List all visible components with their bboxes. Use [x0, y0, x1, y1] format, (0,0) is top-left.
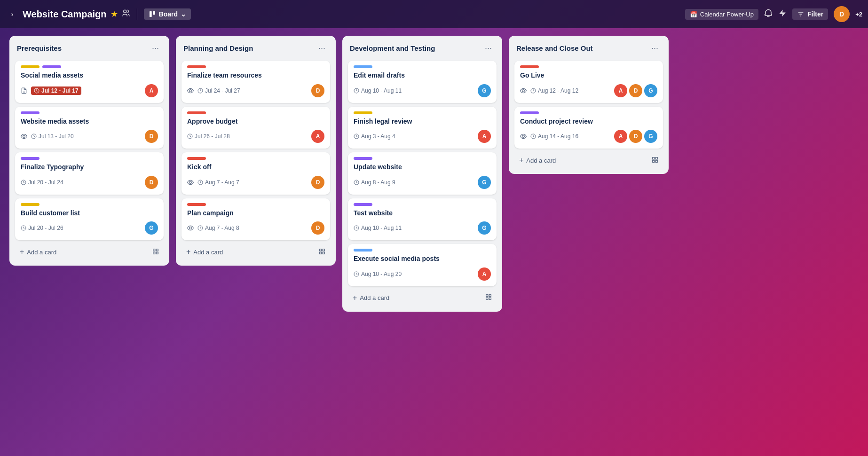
- column-title: Prerequisites: [17, 44, 62, 52]
- card-tag: [187, 111, 206, 114]
- column-header-planning-design: Planning and Design ···: [181, 41, 330, 57]
- card-date: Jul 26 - Jul 28: [187, 133, 230, 140]
- card-footer: Jul 24 - Jul 27D: [187, 84, 324, 97]
- card-tags: [187, 111, 324, 114]
- watch-icon: [187, 87, 194, 94]
- card-tag: [520, 111, 539, 114]
- template-icon[interactable]: [652, 157, 658, 165]
- card-title: Execute social media posts: [354, 254, 491, 264]
- column-menu-button[interactable]: ···: [316, 42, 328, 54]
- card-date: Aug 10 - Aug 20: [354, 271, 402, 277]
- card-title: Plan campaign: [187, 209, 324, 218]
- card-avatars: G: [478, 221, 491, 235]
- card-avatars: G: [478, 176, 491, 189]
- card-title: Go Live: [520, 71, 657, 80]
- column-development-testing: Development and Testing ··· Edit email d…: [342, 36, 502, 312]
- filter-button[interactable]: Filter: [792, 8, 828, 20]
- column-title: Release and Close Out: [516, 44, 593, 52]
- workspace-members-icon[interactable]: [122, 9, 130, 20]
- template-icon[interactable]: [319, 248, 325, 256]
- card-kick-off[interactable]: Kick off Aug 7 - Aug 7D: [181, 152, 330, 195]
- card-footer: Jul 20 - Jul 24D: [21, 176, 158, 189]
- card-social-media-assets[interactable]: Social media assets Jul 12 - Jul 17A: [15, 61, 164, 103]
- add-card-button[interactable]: + Add a card: [15, 244, 164, 260]
- card-footer: Aug 10 - Aug 20A: [354, 267, 491, 281]
- avatar: D: [145, 176, 158, 189]
- card-build-customer-list[interactable]: Build customer list Jul 20 - Jul 26G: [15, 198, 164, 241]
- svg-rect-14: [156, 249, 158, 251]
- add-card-left: + Add a card: [519, 156, 556, 165]
- card-plan-campaign[interactable]: Plan campaign Aug 7 - Aug 8D: [181, 198, 330, 241]
- sidebar-toggle-button[interactable]: ›: [6, 8, 19, 21]
- svg-point-39: [522, 135, 525, 138]
- avatar: A: [614, 130, 627, 143]
- card-website-media-assets[interactable]: Website media assets Jul 13 - Jul 20D: [15, 107, 164, 149]
- additional-users[interactable]: +2: [855, 11, 862, 18]
- column-menu-button[interactable]: ···: [149, 42, 162, 54]
- card-tag: [21, 65, 39, 68]
- svg-point-20: [189, 181, 192, 183]
- add-card-left: + Add a card: [186, 248, 223, 256]
- card-meta: Aug 10 - Aug 11: [354, 225, 402, 231]
- card-execute-social-media-posts[interactable]: Execute social media posts Aug 10 - Aug …: [348, 244, 497, 286]
- column-menu-button[interactable]: ···: [482, 42, 495, 54]
- card-test-website[interactable]: Test website Aug 10 - Aug 11G: [348, 198, 497, 241]
- card-finalize-typography[interactable]: Finalize Typography Jul 20 - Jul 24D: [15, 152, 164, 195]
- svg-rect-2: [153, 11, 155, 15]
- card-meta: Jul 20 - Jul 26: [21, 225, 63, 231]
- avatar: G: [145, 221, 158, 235]
- notification-icon[interactable]: [764, 9, 773, 20]
- avatar: G: [478, 176, 491, 189]
- card-conduct-project-review[interactable]: Conduct project review Aug 14 - Aug 16AD…: [514, 107, 663, 149]
- card-avatars: A: [478, 130, 491, 143]
- card-footer: Jul 12 - Jul 17A: [21, 84, 158, 97]
- add-card-button[interactable]: + Add a card: [181, 244, 330, 260]
- card-footer: Jul 20 - Jul 26G: [21, 221, 158, 235]
- svg-point-9: [23, 135, 25, 138]
- column-header-release-close-out: Release and Close Out ···: [514, 41, 663, 57]
- add-card-button[interactable]: + Add a card: [348, 290, 497, 306]
- card-finish-legal-review[interactable]: Finish legal review Aug 3 - Aug 4A: [348, 107, 497, 149]
- template-icon[interactable]: [485, 294, 492, 302]
- svg-rect-36: [489, 298, 491, 300]
- card-avatars: D: [311, 84, 324, 97]
- board-view-icon: [149, 10, 156, 18]
- calendar-powerup-button[interactable]: 📅 Calendar Power-Up: [685, 9, 758, 20]
- svg-rect-41: [653, 157, 655, 159]
- card-finalize-team-resources[interactable]: Finalize team resources Jul 24 - Jul 27D: [181, 61, 330, 103]
- card-avatars: A: [311, 130, 324, 143]
- card-approve-budget[interactable]: Approve budget Jul 26 - Jul 28A: [181, 107, 330, 149]
- user-avatar[interactable]: D: [834, 6, 850, 22]
- watch-icon: [187, 225, 194, 231]
- watch-icon: [187, 179, 194, 186]
- card-date: Aug 10 - Aug 11: [354, 87, 402, 94]
- filter-icon: [797, 10, 805, 18]
- card-date-overdue: Jul 12 - Jul 17: [31, 86, 81, 95]
- card-date: Aug 14 - Aug 16: [530, 133, 578, 140]
- add-card-button[interactable]: + Add a card: [514, 152, 663, 168]
- card-tags: [354, 249, 491, 252]
- column-menu-button[interactable]: ···: [648, 42, 661, 54]
- template-icon[interactable]: [152, 248, 159, 256]
- header-left: › Website Campaign ★ Board ⌄: [6, 8, 680, 21]
- card-date: Aug 10 - Aug 11: [354, 225, 402, 231]
- card-tag: [354, 111, 372, 114]
- card-date: Jul 20 - Jul 24: [21, 179, 63, 186]
- card-meta: Aug 8 - Aug 9: [354, 179, 395, 186]
- svg-rect-43: [653, 160, 655, 162]
- card-tags: [354, 157, 491, 160]
- board-view-button[interactable]: Board ⌄: [144, 8, 191, 20]
- card-edit-email-drafts[interactable]: Edit email drafts Aug 10 - Aug 11G: [348, 61, 497, 103]
- card-tags: [21, 65, 158, 68]
- svg-rect-44: [655, 160, 657, 162]
- card-tags: [187, 157, 324, 160]
- app-header: › Website Campaign ★ Board ⌄ 📅 Calendar …: [0, 0, 868, 28]
- add-card-label: Add a card: [526, 157, 556, 164]
- calendar-powerup-label: Calendar Power-Up: [700, 11, 754, 18]
- star-icon[interactable]: ★: [110, 9, 118, 19]
- card-update-website[interactable]: Update website Aug 8 - Aug 9G: [348, 152, 497, 195]
- card-title: Finish legal review: [354, 117, 491, 126]
- avatar: D: [629, 84, 642, 97]
- bolt-icon[interactable]: [778, 9, 787, 20]
- card-go-live[interactable]: Go Live Aug 12 - Aug 12ADG: [514, 61, 663, 103]
